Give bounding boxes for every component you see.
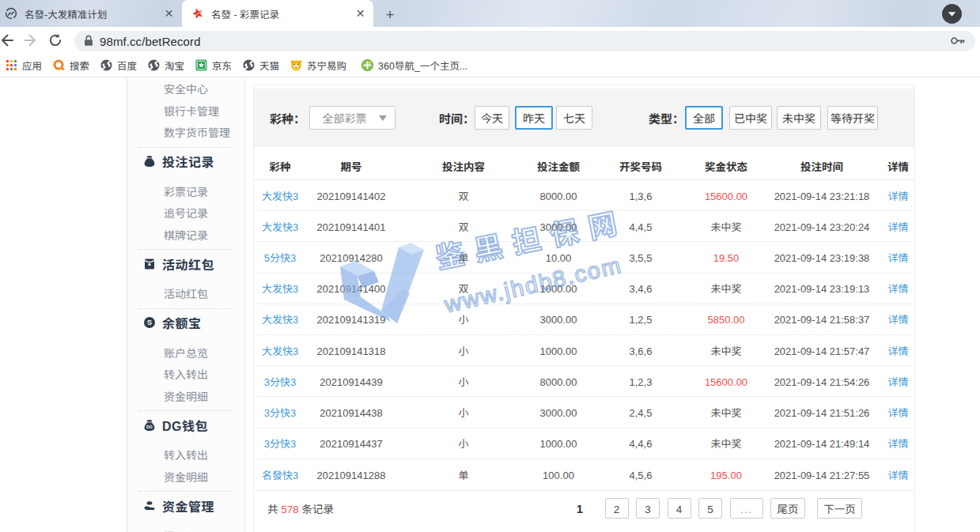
back-icon[interactable] [0,33,14,47]
bookmark-apps[interactable]: 应用 [6,58,42,73]
cell-issue: 202109141288 [302,467,400,482]
cell-amount: 1000.00 [527,436,590,451]
cell-lottery[interactable]: 名發快3 [258,467,302,482]
bookmark-label: 应用 [22,58,42,73]
tab-plan[interactable]: 名發-大发精准计划 ✕ [0,0,182,27]
last-page-button[interactable]: 尾页 [770,498,805,519]
cell-prize: 19.50 [691,250,761,265]
tab-plan-close-icon[interactable]: ✕ [162,7,176,21]
cell-lottery[interactable]: 大发快3 [258,188,302,203]
nav-360-icon [361,59,373,71]
cell-issue: 202109141318 [302,343,400,358]
bookmark-tmall[interactable]: 天猫 [243,58,279,73]
bookmark-360nav[interactable]: 360导航_一个主页... [361,58,467,73]
sidebar-header-yuebao[interactable]: S 余额宝 [143,312,244,334]
type-filter-all[interactable]: 全部 [685,106,723,130]
table-header-row: 彩种 期号 投注内容 投注金额 开奖号码 奖金状态 投注时间 详情 [254,147,914,180]
cell-detail-link[interactable]: 详情 [883,343,914,358]
cell-lottery[interactable]: 3分快3 [258,374,302,389]
next-page-button[interactable]: 下一页 [817,498,862,519]
sidebar-header-funds[interactable]: 资金管理 [143,495,244,516]
sidebar-item-lottery-records[interactable]: 彩票记录 [127,181,244,203]
cell-detail-link[interactable]: 详情 [883,281,914,296]
time-filter-yesterday[interactable]: 昨天 [515,106,553,130]
cell-detail-link[interactable]: 详情 [883,405,914,420]
type-filter-lost[interactable]: 未中奖 [777,106,821,130]
cell-lottery[interactable]: 3分快3 [258,436,302,451]
page-button-3[interactable]: 3 [636,498,660,519]
sidebar-item-account-overview[interactable]: 账户总览 [127,342,244,364]
sidebar-item-withdraw-records[interactable]: 提现记录 [127,526,244,532]
bookmark-label: 360导航_一个主页... [378,58,467,73]
sidebar-item-dg-fund-details[interactable]: 资金明细 [127,466,244,489]
bookmark-taobao[interactable]: 淘宝 [148,58,184,73]
sidebar-item-digital-currency[interactable]: 数字货币管理 [127,122,244,144]
type-filter-waiting[interactable]: 等待开奖 [827,106,878,130]
page-button-5[interactable]: 5 [698,498,722,519]
table-row: 大发快3 202109141318 小 1000.00 3,6,6 未中奖 20… [258,335,914,366]
sidebar-item-chase-records[interactable]: 追号记录 [127,202,244,224]
cell-lottery[interactable]: 大发快3 [258,281,302,296]
sidebar-divider [138,410,233,411]
bookmark-baidu[interactable]: 百度 [100,58,137,73]
cell-detail-link[interactable]: 详情 [883,311,914,326]
cell-lottery[interactable]: 大发快3 [258,343,302,358]
page-button-2[interactable]: 2 [605,498,629,519]
table-row: 3分快3 20210914439 小 8000.00 1,2,3 15600.0… [258,366,914,397]
time-filter-today[interactable]: 今天 [475,106,509,130]
bookmark-search[interactable]: 搜索 [53,58,89,73]
sidebar-item-red-packet[interactable]: 活动红包 [127,283,244,305]
cell-detail-link[interactable]: 详情 [883,219,914,234]
cell-detail-link[interactable]: 详情 [883,436,914,451]
forward-icon[interactable] [23,33,37,47]
sidebar-item-dg-transfer[interactable]: 转入转出 [127,444,244,466]
cell-prize: 15600.00 [691,188,761,203]
address-bar[interactable]: 98mf.cc/betRecord [74,31,975,51]
tab-plan-favicon-icon [5,7,17,20]
bookmark-suning[interactable]: 苏宁易购 [290,58,346,73]
cell-detail-link[interactable]: 详情 [883,188,914,203]
cell-detail-link[interactable]: 详情 [883,374,914,389]
yuebao-icon: S [143,316,156,329]
tab-bet-record[interactable]: 名發 - 彩票记录 ✕ [182,0,373,27]
tab-bet-record-close-icon[interactable]: ✕ [354,7,367,21]
cell-detail-link[interactable]: 详情 [883,250,914,265]
sidebar-header-red-packet[interactable]: 活动红包 [143,253,244,274]
sidebar-item-transfer[interactable]: 转入转出 [127,364,244,386]
cell-lottery[interactable]: 大发快3 [258,311,302,326]
sidebar-item-security-center[interactable]: 安全中心 [127,78,244,100]
sidebar-header-bet-records[interactable]: 投注记录 [143,151,244,172]
sidebar-group-account: 安全中心 银行卡管理 数字货币管理 [127,78,244,144]
cell-lottery[interactable]: 5分快3 [258,250,302,265]
lottery-type-dropdown[interactable]: 全部彩票 [309,106,395,130]
key-icon[interactable] [951,36,966,46]
media-controls-button[interactable] [942,4,962,24]
cell-issue: 202109141401 [302,219,400,234]
sidebar-item-board-game-records[interactable]: 棋牌记录 [127,224,244,247]
cell-lottery[interactable]: 大发快3 [258,219,302,234]
time-filter-seven-days[interactable]: 七天 [556,106,592,130]
svg-text:S: S [147,318,152,326]
cell-numbers: 1,2,3 [590,374,691,389]
funds-icon [143,500,156,512]
cell-content: 小 [400,343,527,358]
page-ellipsis-button[interactable]: ... [730,498,763,519]
new-tab-button[interactable]: + [380,5,399,24]
cell-time: 2021-09-14 23:20:24 [761,219,883,234]
bookmark-jd[interactable]: 京东 [195,58,232,73]
sidebar-item-bank-card[interactable]: 银行卡管理 [127,100,244,123]
cell-content: 小 [400,311,527,326]
bookmark-label: 京东 [212,58,232,73]
cell-content: 双 [400,188,527,203]
reload-icon[interactable] [48,33,62,47]
cell-issue: 202109141400 [302,281,400,296]
type-filter-label: 类型： [649,89,684,147]
page-button-4[interactable]: 4 [668,498,691,519]
sidebar-header-dg-wallet[interactable]: DG DG钱包 [143,414,244,436]
dropdown-caret-icon [379,115,387,121]
sidebar-item-fund-details[interactable]: 资金明细 [127,386,244,408]
sidebar-group-yuebao: S 余额宝 账户总览 转入转出 资金明细 [127,312,244,408]
cell-detail-link[interactable]: 详情 [883,467,914,482]
cell-lottery[interactable]: 3分快3 [258,405,302,420]
type-filter-won[interactable]: 已中奖 [729,106,772,130]
